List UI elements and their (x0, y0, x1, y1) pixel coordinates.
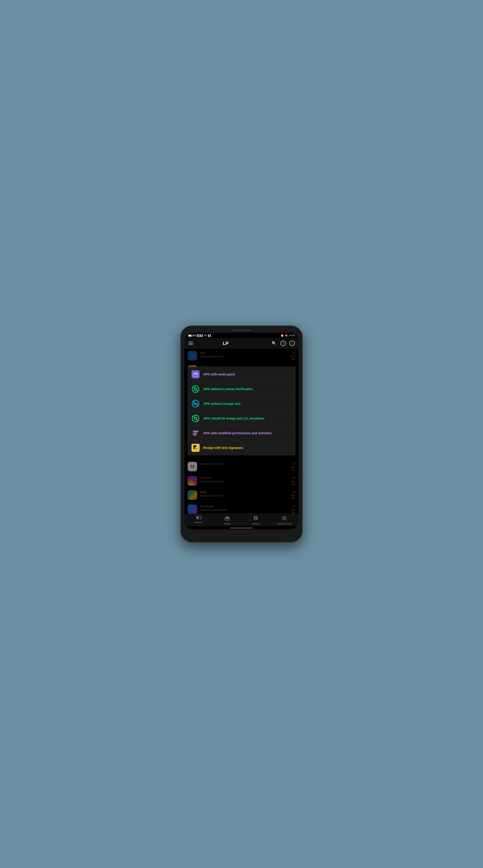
no-ads-icon: ADS (192, 400, 200, 408)
status-left: 86 ▌▌▌▌ 4G ▌▌ (188, 334, 211, 337)
phone-notch (184, 330, 299, 331)
context-item-multi-patch[interactable]: APK with multi patch (188, 367, 295, 382)
home-indicator (230, 528, 253, 528)
permissions-label: APK with modified permissions and activi… (203, 431, 272, 435)
bottom-nav: Switches Toolbox (184, 514, 299, 526)
signal-icon2: ▌▌ (208, 334, 211, 337)
context-item-inapp[interactable]: APK rebuilt for InApp and LVL emulation (188, 411, 295, 426)
rebuild-label: Rebuild & Install (277, 523, 291, 525)
toolbox-nav-icon (225, 516, 230, 522)
toolbox-icon (192, 370, 200, 378)
multi-patch-label: APK with multi patch (203, 373, 235, 376)
inapp-label: APK rebuilt for InApp and LVL emulation (203, 416, 264, 420)
mute-icon: 🔕 (285, 334, 288, 337)
app-bar: LP 🔍 ? i (184, 338, 299, 349)
battery-icon (188, 335, 193, 337)
context-menu: APK with multi patch APK without License… (188, 367, 295, 455)
no-ads-label: APK without Google Ads (203, 402, 240, 405)
help-icon: ? (280, 341, 286, 346)
toolbox-label: Toolbox (224, 523, 231, 525)
context-item-no-license[interactable]: APK without License Verification (188, 382, 295, 397)
svg-rect-15 (193, 434, 196, 435)
clock: ۱۳:۴۳ (289, 334, 295, 337)
context-item-no-ads[interactable]: ADS APK without Google Ads (188, 397, 295, 411)
info-button[interactable]: i (289, 340, 295, 346)
backups-icon (253, 516, 258, 522)
resign-label: Resign with test signature. (203, 446, 244, 450)
permissions-icon (192, 429, 200, 437)
backups-label: Backups (252, 523, 260, 525)
search-button[interactable]: 🔍 (271, 340, 277, 346)
help-button[interactable]: ? (280, 340, 286, 346)
status-right: ⏰ 🔕 ۱۳:۴۳ (281, 334, 295, 337)
switches-icon (196, 516, 201, 520)
nav-item-backups[interactable]: Backups (242, 514, 270, 526)
resign-icon: ✏ (192, 444, 200, 452)
rebuild-icon (282, 516, 287, 522)
signal-icon: ▌▌▌▌ (197, 334, 203, 337)
svg-point-21 (197, 517, 199, 519)
no-license-icon (192, 385, 200, 393)
alarm-icon: ⏰ (281, 334, 284, 337)
svg-line-11 (193, 416, 198, 421)
battery-level: 86 (194, 334, 196, 337)
search-icon: 🔍 (272, 341, 277, 346)
switches-label: Switches (195, 521, 203, 524)
phone-device: 86 ▌▌▌▌ 4G ▌▌ ⏰ 🔕 ۱۳:۴۳ LP � (180, 326, 303, 542)
no-license-label: APK without License Verification (203, 387, 253, 391)
info-icon: i (289, 341, 295, 346)
context-item-permissions[interactable]: APK with modified permissions and activi… (188, 426, 295, 440)
status-bar: 86 ▌▌▌▌ 4G ▌▌ ⏰ 🔕 ۱۳:۴۳ (184, 333, 299, 338)
network-type: 4G (204, 334, 207, 337)
inapp-icon (192, 414, 200, 423)
context-item-resign[interactable]: ✏ Resign with test signature. (188, 440, 295, 455)
svg-rect-13 (193, 431, 198, 432)
phone-speaker (232, 330, 251, 331)
svg-rect-14 (193, 433, 197, 434)
content-area: 📹 Duo Nothing to patch here. ✿ New INT (184, 349, 299, 514)
svg-text:✏: ✏ (195, 447, 198, 451)
nav-item-toolbox[interactable]: Toolbox (213, 514, 242, 526)
phone-screen: 86 ▌▌▌▌ 4G ▌▌ ⏰ 🔕 ۱۳:۴۳ LP � (184, 333, 299, 529)
nav-item-rebuild[interactable]: Rebuild & Install (270, 514, 299, 526)
app-title: LP (184, 341, 268, 346)
nav-item-switches[interactable]: Switches (184, 514, 213, 526)
